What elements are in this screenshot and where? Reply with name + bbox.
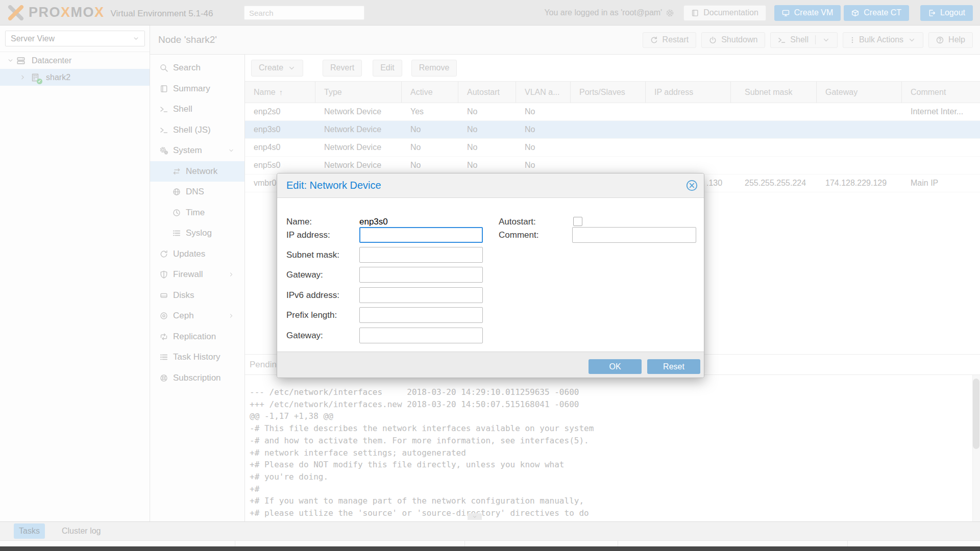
sort-asc-icon: ↑: [279, 88, 283, 96]
revert-button[interactable]: Revert: [323, 60, 362, 77]
expander-chevron-right-icon[interactable]: [19, 74, 26, 81]
nav-item-updates[interactable]: Updates: [150, 244, 244, 265]
column-header-ip[interactable]: IP address: [646, 82, 731, 103]
chevron-down-icon: [472, 514, 477, 519]
column-header-type[interactable]: Type: [315, 82, 402, 103]
network-toolbar: Create Revert Edit Remove: [245, 55, 980, 81]
list-icon: [173, 229, 181, 237]
book-icon: [691, 9, 699, 17]
tree-item-label: shark2: [46, 73, 70, 82]
log-scrollbar-thumb[interactable]: [973, 379, 979, 449]
logout-button[interactable]: Logout: [920, 5, 973, 21]
nav-item-summary[interactable]: Summary: [150, 79, 244, 99]
terminal-icon: [160, 126, 168, 134]
subnet-mask-input[interactable]: [359, 247, 483, 263]
chevron-down-icon: [133, 35, 139, 42]
table-row-enp4s0[interactable]: enp4s0Network DeviceNoNoNo: [245, 139, 980, 157]
nav-item-shell-js[interactable]: Shell (JS): [150, 120, 244, 141]
version-subtitle: Virtual Environment 5.1-46: [111, 7, 213, 19]
restart-button[interactable]: Restart: [643, 32, 697, 48]
nav-item-time[interactable]: Time: [150, 203, 244, 223]
dialog-title: Edit: Network Device: [286, 180, 381, 191]
logout-icon: [928, 9, 936, 17]
help-button[interactable]: Help: [928, 32, 973, 48]
bulk-actions-button[interactable]: Bulk Actions: [843, 32, 923, 48]
nav-item-network[interactable]: Network: [150, 161, 244, 182]
documentation-button[interactable]: Documentation: [683, 5, 766, 21]
search-icon: [160, 64, 168, 72]
chevron-down-icon[interactable]: [822, 36, 830, 44]
gateway-input[interactable]: [359, 267, 483, 283]
nav-item-system[interactable]: System: [150, 140, 244, 161]
comment-input[interactable]: [572, 227, 696, 243]
datacenter-icon: [16, 56, 26, 65]
nav-item-firewall[interactable]: Firewall: [150, 264, 244, 285]
nav-item-task-history[interactable]: Task History: [150, 347, 244, 368]
list-icon: [160, 353, 168, 361]
comment-label: Comment:: [499, 227, 538, 243]
nav-item-syslog[interactable]: Syslog: [150, 223, 244, 244]
refresh-icon: [160, 250, 168, 258]
create-vm-button[interactable]: Create VM: [774, 5, 841, 21]
node-nav-menu: Search Summary Shell Shell (JS) System N…: [150, 55, 245, 521]
tree-item-datacenter[interactable]: Datacenter: [0, 52, 150, 69]
column-header-active[interactable]: Active: [402, 82, 458, 103]
reset-button[interactable]: Reset: [647, 359, 700, 374]
column-header-gateway[interactable]: Gateway: [817, 82, 902, 103]
table-row-enp3s0[interactable]: enp3s0Network DeviceNoNoNo: [245, 121, 980, 139]
column-header-comment[interactable]: Comment: [902, 82, 980, 103]
create-button[interactable]: Create: [251, 60, 303, 77]
node-icon: ✓: [31, 73, 40, 82]
prefix-length-input[interactable]: [359, 307, 483, 323]
question-icon: [936, 36, 944, 44]
edit-network-device-dialog: Edit: Network Device Name: enp3s0 Autost…: [277, 173, 704, 378]
proxmox-logo-mark-icon: [7, 5, 24, 20]
tab-cluster-log[interactable]: Cluster log: [62, 527, 101, 536]
remove-button[interactable]: Remove: [411, 60, 457, 77]
column-header-name[interactable]: Name↑: [245, 82, 315, 103]
gateway-ipv6-input[interactable]: [359, 328, 483, 343]
table-row-enp5s0[interactable]: enp5s0Network DeviceNoNoNo: [245, 157, 980, 174]
global-search-input[interactable]: [244, 6, 364, 20]
user-settings-gear-icon[interactable]: [666, 9, 674, 17]
status-bar: Tasks Cluster log: [0, 521, 980, 540]
shell-button[interactable]: Shell: [770, 32, 838, 48]
view-selector-dropdown[interactable]: Server View: [5, 31, 145, 46]
ipv6-address-input[interactable]: [359, 287, 483, 303]
tree-item-shark2[interactable]: ✓ shark2: [0, 69, 150, 86]
close-icon[interactable]: [686, 180, 698, 191]
column-header-autostart[interactable]: Autostart: [458, 82, 516, 103]
edit-button[interactable]: Edit: [373, 60, 402, 77]
nav-item-shell[interactable]: Shell: [150, 99, 244, 120]
column-header-subnet[interactable]: Subnet mask: [731, 82, 817, 103]
ip-address-input[interactable]: [359, 227, 483, 243]
gateway-ipv6-label: Gateway:: [286, 328, 323, 343]
bottom-edge-strip: [0, 546, 980, 551]
exchange-arrows-icon: [173, 167, 181, 176]
chevron-down-icon: [228, 147, 234, 154]
nav-item-subscription[interactable]: Subscription: [150, 368, 244, 389]
table-row-enp2s0[interactable]: enp2s0Network DeviceYesNoNoInternet Inte…: [245, 103, 980, 121]
tab-tasks[interactable]: Tasks: [14, 523, 45, 539]
column-header-vlan[interactable]: VLAN a...: [516, 82, 571, 103]
shutdown-button[interactable]: Shutdown: [701, 32, 765, 48]
dialog-body: Name: enp3s0 Autostart: IP address: Comm…: [277, 198, 704, 352]
nav-item-replication[interactable]: Replication: [150, 327, 244, 347]
create-ct-button[interactable]: Create CT: [844, 5, 909, 21]
logo-wordmark: PROXMOX: [29, 5, 105, 20]
ok-button[interactable]: OK: [589, 359, 642, 374]
top-header: PROXMOX Virtual Environment 5.1-46 You a…: [0, 0, 980, 26]
tree-item-label: Datacenter: [32, 56, 71, 65]
log-scrollbar-track[interactable]: [972, 375, 980, 521]
nav-item-dns[interactable]: DNS: [150, 182, 244, 203]
chevron-right-icon: [228, 313, 234, 319]
autostart-checkbox[interactable]: [573, 217, 582, 226]
nav-item-ceph[interactable]: Ceph: [150, 306, 244, 327]
expander-chevron-down-icon[interactable]: [7, 57, 14, 64]
nav-item-search[interactable]: Search: [150, 58, 244, 79]
dialog-header[interactable]: Edit: Network Device: [277, 173, 704, 198]
clock-icon: [173, 209, 181, 217]
column-header-ports[interactable]: Ports/Slaves: [571, 82, 646, 103]
nav-item-disks[interactable]: Disks: [150, 285, 244, 306]
grid-header: Name↑ Type Active Autostart VLAN a... Po…: [245, 81, 980, 103]
